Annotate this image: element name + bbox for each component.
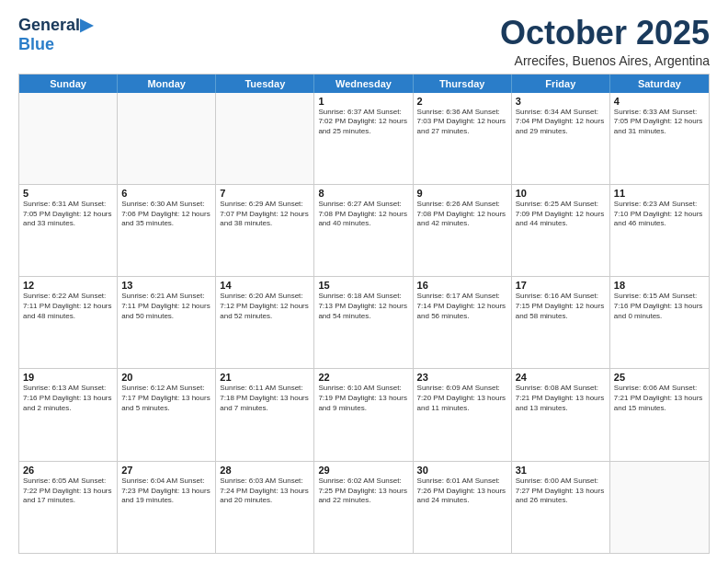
cal-cell: 23Sunrise: 6:09 AM Sunset: 7:20 PM Dayli… bbox=[414, 369, 512, 460]
day-number: 27 bbox=[121, 465, 211, 476]
cell-info: Sunrise: 6:11 AM Sunset: 7:18 PM Dayligh… bbox=[220, 384, 310, 413]
cal-cell: 4Sunrise: 6:33 AM Sunset: 7:05 PM Daylig… bbox=[610, 93, 709, 184]
cal-cell bbox=[19, 93, 118, 184]
logo-blue-text: Blue bbox=[18, 35, 54, 54]
cal-cell: 27Sunrise: 6:04 AM Sunset: 7:23 PM Dayli… bbox=[118, 462, 216, 553]
cal-cell bbox=[216, 93, 314, 184]
day-number: 11 bbox=[614, 188, 705, 199]
day-number: 14 bbox=[220, 280, 310, 291]
calendar-row-1: 5Sunrise: 6:31 AM Sunset: 7:05 PM Daylig… bbox=[19, 185, 709, 277]
day-number: 22 bbox=[318, 372, 408, 383]
header-wednesday: Wednesday bbox=[314, 75, 413, 93]
page: General▶ Blue October 2025 Arrecifes, Bu… bbox=[0, 0, 728, 563]
cal-cell: 2Sunrise: 6:36 AM Sunset: 7:03 PM Daylig… bbox=[414, 93, 512, 184]
cal-cell: 7Sunrise: 6:29 AM Sunset: 7:07 PM Daylig… bbox=[216, 185, 314, 276]
cell-info: Sunrise: 6:15 AM Sunset: 7:16 PM Dayligh… bbox=[614, 292, 705, 321]
cal-cell: 28Sunrise: 6:03 AM Sunset: 7:24 PM Dayli… bbox=[216, 462, 314, 553]
day-number: 29 bbox=[318, 465, 408, 476]
day-number: 30 bbox=[417, 465, 507, 476]
cell-info: Sunrise: 6:21 AM Sunset: 7:11 PM Dayligh… bbox=[121, 292, 211, 321]
day-number: 13 bbox=[121, 280, 211, 291]
cal-cell bbox=[610, 462, 709, 553]
cal-cell: 20Sunrise: 6:12 AM Sunset: 7:17 PM Dayli… bbox=[118, 369, 216, 460]
day-number: 20 bbox=[121, 372, 211, 383]
cell-info: Sunrise: 6:18 AM Sunset: 7:13 PM Dayligh… bbox=[318, 292, 408, 321]
calendar-row-0: 1Sunrise: 6:37 AM Sunset: 7:02 PM Daylig… bbox=[19, 93, 709, 185]
day-number: 9 bbox=[417, 188, 507, 199]
location: Arrecifes, Buenos Aires, Argentina bbox=[500, 53, 710, 68]
header-thursday: Thursday bbox=[414, 75, 512, 93]
day-number: 6 bbox=[121, 188, 211, 199]
cal-cell: 15Sunrise: 6:18 AM Sunset: 7:13 PM Dayli… bbox=[314, 277, 413, 368]
cal-cell: 12Sunrise: 6:22 AM Sunset: 7:11 PM Dayli… bbox=[19, 277, 118, 368]
day-number: 17 bbox=[516, 280, 606, 291]
cell-info: Sunrise: 6:34 AM Sunset: 7:04 PM Dayligh… bbox=[516, 108, 606, 137]
cell-info: Sunrise: 6:17 AM Sunset: 7:14 PM Dayligh… bbox=[417, 292, 507, 321]
logo-text: General▶ bbox=[18, 15, 93, 35]
cal-cell: 5Sunrise: 6:31 AM Sunset: 7:05 PM Daylig… bbox=[19, 185, 118, 276]
cal-cell: 9Sunrise: 6:26 AM Sunset: 7:08 PM Daylig… bbox=[414, 185, 512, 276]
header-monday: Monday bbox=[118, 75, 216, 93]
cell-info: Sunrise: 6:16 AM Sunset: 7:15 PM Dayligh… bbox=[516, 292, 606, 321]
day-number: 5 bbox=[23, 188, 113, 199]
cell-info: Sunrise: 6:10 AM Sunset: 7:19 PM Dayligh… bbox=[318, 384, 408, 413]
title-block: October 2025 Arrecifes, Buenos Aires, Ar… bbox=[500, 15, 710, 68]
day-number: 2 bbox=[417, 96, 507, 107]
day-number: 25 bbox=[614, 372, 705, 383]
cell-info: Sunrise: 6:01 AM Sunset: 7:26 PM Dayligh… bbox=[417, 477, 507, 506]
header-friday: Friday bbox=[512, 75, 610, 93]
day-number: 12 bbox=[23, 280, 113, 291]
cell-info: Sunrise: 6:00 AM Sunset: 7:27 PM Dayligh… bbox=[516, 477, 606, 506]
cal-cell: 26Sunrise: 6:05 AM Sunset: 7:22 PM Dayli… bbox=[19, 462, 118, 553]
cal-cell: 29Sunrise: 6:02 AM Sunset: 7:25 PM Dayli… bbox=[314, 462, 413, 553]
cell-info: Sunrise: 6:09 AM Sunset: 7:20 PM Dayligh… bbox=[417, 384, 507, 413]
cal-cell: 6Sunrise: 6:30 AM Sunset: 7:06 PM Daylig… bbox=[118, 185, 216, 276]
cal-cell: 22Sunrise: 6:10 AM Sunset: 7:19 PM Dayli… bbox=[314, 369, 413, 460]
cell-info: Sunrise: 6:23 AM Sunset: 7:10 PM Dayligh… bbox=[614, 200, 705, 229]
cal-cell: 24Sunrise: 6:08 AM Sunset: 7:21 PM Dayli… bbox=[512, 369, 610, 460]
cal-cell: 31Sunrise: 6:00 AM Sunset: 7:27 PM Dayli… bbox=[512, 462, 610, 553]
day-number: 28 bbox=[220, 465, 310, 476]
header-sunday: Sunday bbox=[19, 75, 118, 93]
cell-info: Sunrise: 6:03 AM Sunset: 7:24 PM Dayligh… bbox=[220, 477, 310, 506]
calendar-row-3: 19Sunrise: 6:13 AM Sunset: 7:16 PM Dayli… bbox=[19, 369, 709, 461]
day-number: 21 bbox=[220, 372, 310, 383]
day-number: 10 bbox=[516, 188, 606, 199]
cal-cell: 10Sunrise: 6:25 AM Sunset: 7:09 PM Dayli… bbox=[512, 185, 610, 276]
cell-info: Sunrise: 6:02 AM Sunset: 7:25 PM Dayligh… bbox=[318, 477, 408, 506]
day-number: 4 bbox=[614, 96, 705, 107]
cal-cell: 11Sunrise: 6:23 AM Sunset: 7:10 PM Dayli… bbox=[610, 185, 709, 276]
cell-info: Sunrise: 6:04 AM Sunset: 7:23 PM Dayligh… bbox=[121, 477, 211, 506]
calendar-body: 1Sunrise: 6:37 AM Sunset: 7:02 PM Daylig… bbox=[19, 93, 709, 553]
day-number: 15 bbox=[318, 280, 408, 291]
cell-info: Sunrise: 6:20 AM Sunset: 7:12 PM Dayligh… bbox=[220, 292, 310, 321]
day-number: 3 bbox=[516, 96, 606, 107]
calendar-row-2: 12Sunrise: 6:22 AM Sunset: 7:11 PM Dayli… bbox=[19, 277, 709, 369]
day-number: 18 bbox=[614, 280, 705, 291]
cell-info: Sunrise: 6:31 AM Sunset: 7:05 PM Dayligh… bbox=[23, 200, 113, 229]
month-title: October 2025 bbox=[500, 15, 710, 52]
header-saturday: Saturday bbox=[610, 75, 709, 93]
cell-info: Sunrise: 6:05 AM Sunset: 7:22 PM Dayligh… bbox=[23, 477, 113, 506]
cal-cell: 1Sunrise: 6:37 AM Sunset: 7:02 PM Daylig… bbox=[314, 93, 413, 184]
cal-cell: 19Sunrise: 6:13 AM Sunset: 7:16 PM Dayli… bbox=[19, 369, 118, 460]
calendar-row-4: 26Sunrise: 6:05 AM Sunset: 7:22 PM Dayli… bbox=[19, 462, 709, 553]
cell-info: Sunrise: 6:33 AM Sunset: 7:05 PM Dayligh… bbox=[614, 108, 705, 137]
cal-cell: 14Sunrise: 6:20 AM Sunset: 7:12 PM Dayli… bbox=[216, 277, 314, 368]
day-number: 1 bbox=[318, 96, 408, 107]
cal-cell: 16Sunrise: 6:17 AM Sunset: 7:14 PM Dayli… bbox=[414, 277, 512, 368]
day-number: 8 bbox=[318, 188, 408, 199]
cell-info: Sunrise: 6:36 AM Sunset: 7:03 PM Dayligh… bbox=[417, 108, 507, 137]
day-number: 19 bbox=[23, 372, 113, 383]
cal-cell: 17Sunrise: 6:16 AM Sunset: 7:15 PM Dayli… bbox=[512, 277, 610, 368]
day-number: 26 bbox=[23, 465, 113, 476]
cal-cell: 25Sunrise: 6:06 AM Sunset: 7:21 PM Dayli… bbox=[610, 369, 709, 460]
logo: General▶ Blue bbox=[18, 15, 93, 54]
cell-info: Sunrise: 6:08 AM Sunset: 7:21 PM Dayligh… bbox=[516, 384, 606, 413]
cal-cell bbox=[118, 93, 216, 184]
cell-info: Sunrise: 6:30 AM Sunset: 7:06 PM Dayligh… bbox=[121, 200, 211, 229]
header-tuesday: Tuesday bbox=[216, 75, 314, 93]
day-number: 24 bbox=[516, 372, 606, 383]
cell-info: Sunrise: 6:06 AM Sunset: 7:21 PM Dayligh… bbox=[614, 384, 705, 413]
cell-info: Sunrise: 6:22 AM Sunset: 7:11 PM Dayligh… bbox=[23, 292, 113, 321]
